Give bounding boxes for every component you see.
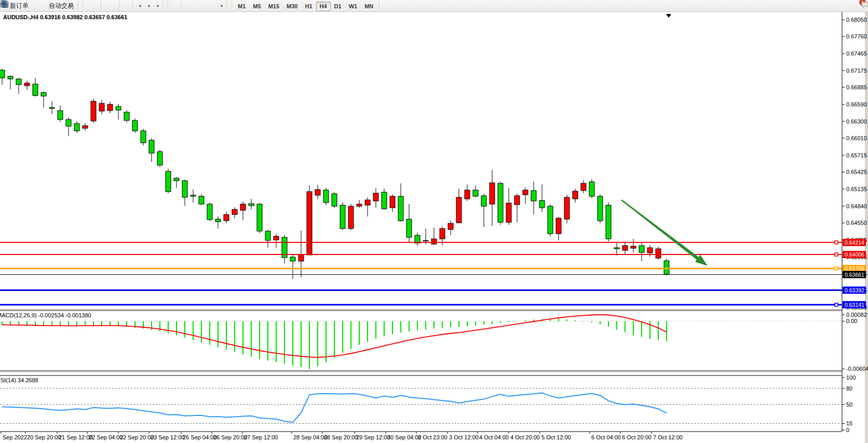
tile-windows-button[interactable]	[113, 0, 117, 11]
timeframe-m15-button[interactable]: M15	[265, 2, 283, 11]
price-line-label: 0.63765	[845, 265, 864, 272]
price-axis-tick: 0.65425	[846, 169, 867, 175]
time-axis-tick: 22 Sep 20:00	[120, 434, 154, 440]
text-button[interactable]: A	[207, 0, 211, 11]
timeframe-h1-button[interactable]: H1	[301, 2, 316, 11]
text-label-button[interactable]: T	[212, 0, 216, 11]
time-axis-tick: 21 Sep 12:00	[59, 434, 92, 440]
timeframe-m30-button[interactable]: M30	[283, 2, 301, 11]
new-order-label: 新订单	[10, 2, 29, 10]
time-axis-tick: 26 Sep 04:00	[183, 434, 216, 440]
price-axis-tick: 0.64840	[846, 203, 867, 209]
toolbar-grip	[82, 1, 84, 10]
time-axis-tick: Sep 2022	[3, 434, 27, 440]
time-axis-tick: 7 Oct 12:00	[653, 434, 683, 440]
price-axis-tick: 0.67760	[846, 33, 867, 39]
timeframe-h4-button[interactable]: H4	[316, 2, 331, 11]
time-axis-tick: 4 Oct 20:00	[510, 434, 540, 440]
rsi-axis-tick: 50	[846, 401, 852, 408]
macd-axis-tick: -0.006044	[846, 366, 868, 372]
timeframe-w1-button[interactable]: W1	[345, 2, 361, 11]
rsi-axis-tick: 100	[846, 374, 856, 381]
price-line-label: 0.63141	[845, 302, 864, 308]
chart-shift-button[interactable]	[121, 0, 126, 11]
time-axis-tick: 22 Sep 04:00	[89, 434, 123, 440]
signal-button[interactable]	[40, 0, 45, 11]
indicators-button[interactable]: ▾	[135, 0, 143, 11]
price-chart-canvas[interactable]: 0.680500.677600.674650.671750.668850.665…	[0, 0, 868, 443]
time-axis-tick: 4 Oct 04:00	[479, 434, 509, 440]
periods-button[interactable]: ▾	[144, 0, 152, 11]
time-axis-tick: 30 Sep 04:00	[387, 434, 421, 440]
channel-button[interactable]: E	[198, 0, 202, 11]
price-axis-tick: 0.64550	[846, 220, 867, 226]
trendline-button[interactable]	[193, 0, 197, 11]
vertical-line-button[interactable]	[184, 0, 188, 11]
price-axis-tick: 0.66010	[846, 135, 867, 141]
autotrading-label: 自动交易	[49, 2, 74, 10]
time-axis-tick: 20 Sep 20:00	[27, 434, 61, 440]
chevron-down-icon: ▾	[157, 4, 159, 8]
rsi-indicator-label: RSI(14) 34.2688	[0, 377, 38, 383]
toolbar-grip	[167, 1, 169, 10]
bar-chart-button[interactable]	[85, 0, 89, 11]
timeframe-group: M1M5M15M30H1H4D1W1MN	[234, 1, 377, 10]
price-axis-tick: 0.67175	[846, 68, 867, 74]
zoom-out-button[interactable]	[108, 0, 112, 11]
mt4-window: 新订单 自动交易	[0, 0, 868, 443]
timeframe-m1-button[interactable]: M1	[234, 2, 249, 11]
zoom-in-button[interactable]	[103, 0, 107, 11]
timeframe-d1-button[interactable]: D1	[331, 2, 345, 11]
autotrading-button[interactable]: 自动交易	[45, 0, 76, 11]
price-axis-tick: 0.65715	[846, 152, 867, 158]
toolbar: 新订单 自动交易	[0, 0, 868, 12]
rsi-axis-tick: 80	[846, 385, 852, 392]
line-chart-button[interactable]	[94, 0, 99, 11]
timeframe-m5-button[interactable]: M5	[249, 2, 264, 11]
price-axis-tick: 0.65135	[846, 186, 867, 192]
price-line-label: 0.63392	[845, 287, 864, 293]
chevron-down-icon: ▾	[139, 4, 141, 8]
price-line-label: 0.64214	[845, 239, 864, 246]
macd-axis-tick: 0.00082	[846, 312, 867, 318]
templates-button[interactable]: ▾	[153, 0, 161, 11]
candlestick-chart-button[interactable]	[90, 0, 94, 11]
fibonacci-button[interactable]: F	[202, 0, 207, 11]
separator	[132, 1, 133, 10]
auto-scroll-button[interactable]	[126, 0, 130, 11]
new-order-button[interactable]: 新订单	[6, 0, 31, 11]
separator	[181, 1, 182, 10]
time-axis-tick: 26 Sep 20:00	[213, 434, 247, 440]
price-axis-tick: 0.67465	[846, 50, 867, 57]
price-line-label: 0.63661	[845, 272, 864, 278]
toolbar-grip	[230, 1, 233, 10]
chart-title: AUDUSD-,H4 0.63916 0.63982 0.63657 0.636…	[3, 14, 127, 20]
time-axis-tick: 29 Sep 12:00	[356, 434, 390, 440]
separator	[101, 1, 101, 10]
timeframe-mn-button[interactable]: MN	[361, 2, 377, 11]
data-window-button[interactable]	[36, 0, 40, 11]
time-axis-tick: 5 Oct 12:00	[541, 434, 571, 440]
cursor-button[interactable]	[170, 0, 174, 11]
time-axis-tick: 28 Sep 20:00	[324, 434, 358, 440]
market-watch-button[interactable]	[31, 0, 35, 11]
separator	[227, 1, 227, 10]
price-axis-tick: 0.66590	[846, 101, 867, 108]
separator	[78, 1, 78, 10]
chevron-down-icon: ▾	[148, 4, 150, 8]
price-axis-tick: 0.66885	[846, 84, 867, 90]
price-axis-tick: 0.68050	[846, 17, 867, 23]
macd-axis-tick: 0.00	[846, 318, 857, 324]
separator	[163, 1, 164, 10]
rsi-axis-tick: 15	[846, 420, 852, 426]
time-axis-tick: 28 Sep 04:00	[293, 434, 327, 440]
time-axis-tick: 23 Sep 12:00	[151, 434, 184, 440]
search-button[interactable]	[852, 0, 857, 11]
price-line-label: 0.64006	[845, 251, 864, 258]
crosshair-button[interactable]	[175, 0, 179, 11]
separator	[119, 1, 119, 10]
alerts-button[interactable]: 1	[860, 0, 864, 11]
horizontal-line-button[interactable]	[188, 0, 193, 11]
time-axis-tick: 2 Oct 23:00	[418, 434, 447, 440]
arrows-button[interactable]: ▾	[216, 0, 225, 11]
